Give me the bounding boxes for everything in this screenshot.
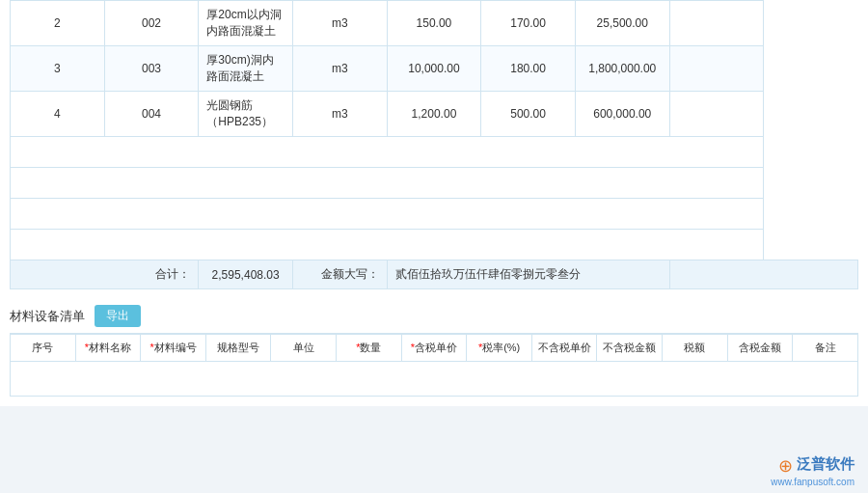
column-header: 税额 [663, 335, 728, 362]
empty-row [11, 230, 858, 260]
table-row: 3 003 厚30cm)洞内路面混凝土 m3 10,000.00 180.00 … [11, 46, 858, 92]
required-mark: * [149, 342, 153, 353]
quantity-cell: 150.00 [387, 1, 481, 46]
bottom-empty-row [11, 362, 858, 397]
column-header: *数量 [337, 335, 402, 362]
column-header: 单位 [271, 335, 337, 362]
bottom-section-title: 材料设备清单 [10, 308, 85, 325]
unit-price-cell: 180.00 [481, 46, 576, 92]
seq-cell: 4 [11, 92, 105, 137]
bottom-table: 序号*材料名称*材料编号规格型号单位*数量*含税单价*税率(%)不含税单价不含税… [10, 334, 858, 397]
code-cell: 002 [104, 1, 199, 46]
required-mark: * [478, 342, 482, 353]
column-header: 含税金额 [727, 335, 793, 362]
column-header: *材料编号 [141, 335, 206, 362]
empty-row [11, 168, 858, 199]
amount-cell: 25,500.00 [575, 1, 669, 46]
bottom-section: 材料设备清单 导出 序号*材料名称*材料编号规格型号单位*数量*含税单价*税率(… [0, 299, 868, 406]
column-header: *含税单价 [401, 335, 467, 362]
unit-cell: m3 [292, 46, 387, 92]
column-header: 备注 [793, 335, 858, 362]
unit-cell: m3 [292, 92, 387, 137]
amount-cell: 600,000.00 [575, 92, 669, 137]
table-row: 4 004 光圆钢筋（HPB235） m3 1,200.00 500.00 60… [11, 92, 858, 137]
name-cell: 厚30cm)洞内路面混凝土 [199, 46, 293, 92]
required-mark: * [356, 342, 360, 353]
main-container: 2 002 厚20cm以内洞内路面混凝土 m3 150.00 170.00 25… [0, 0, 868, 406]
amount-big: 贰佰伍拾玖万伍仟肆佰零捌元零叁分 [387, 260, 669, 289]
quantity-cell: 10,000.00 [387, 46, 481, 92]
total-row: 合计： 2,595,408.03 金额大写： 贰佰伍拾玖万伍仟肆佰零捌元零叁分 [11, 260, 858, 289]
total-value: 2,595,408.03 [199, 260, 293, 289]
amount-cell: 1,800,000.00 [575, 46, 669, 92]
note-cell [669, 1, 764, 46]
column-header: *材料名称 [75, 335, 141, 362]
code-cell: 004 [104, 92, 199, 137]
name-cell: 厚20cm以内洞内路面混凝土 [199, 1, 293, 46]
note-cell [669, 92, 764, 137]
column-header: 不含税单价 [531, 335, 597, 362]
total-label: 合计： [11, 260, 199, 289]
note-cell [669, 46, 764, 92]
export-button[interactable]: 导出 [95, 305, 141, 327]
empty-row [11, 199, 858, 230]
top-table-section: 2 002 厚20cm以内洞内路面混凝土 m3 150.00 170.00 25… [0, 0, 868, 289]
seq-cell: 3 [11, 46, 105, 92]
column-header: 规格型号 [205, 335, 271, 362]
name-cell: 光圆钢筋（HPB235） [199, 92, 293, 137]
bottom-header: 材料设备清单 导出 [10, 299, 858, 334]
unit-cell: m3 [292, 1, 387, 46]
required-mark: * [85, 342, 89, 353]
column-header: 序号 [11, 335, 76, 362]
quantity-cell: 1,200.00 [387, 92, 481, 137]
column-header: *税率(%) [467, 335, 532, 362]
column-header: 不含税金额 [597, 335, 663, 362]
required-mark: * [411, 342, 415, 353]
code-cell: 003 [104, 46, 199, 92]
unit-price-cell: 500.00 [481, 92, 576, 137]
table-row: 2 002 厚20cm以内洞内路面混凝土 m3 150.00 170.00 25… [11, 1, 858, 46]
amount-big-label: 金额大写： [292, 260, 387, 289]
empty-row [11, 137, 858, 168]
total-empty [669, 260, 857, 289]
unit-price-cell: 170.00 [481, 1, 576, 46]
seq-cell: 2 [11, 1, 105, 46]
data-table: 2 002 厚20cm以内洞内路面混凝土 m3 150.00 170.00 25… [10, 0, 858, 289]
